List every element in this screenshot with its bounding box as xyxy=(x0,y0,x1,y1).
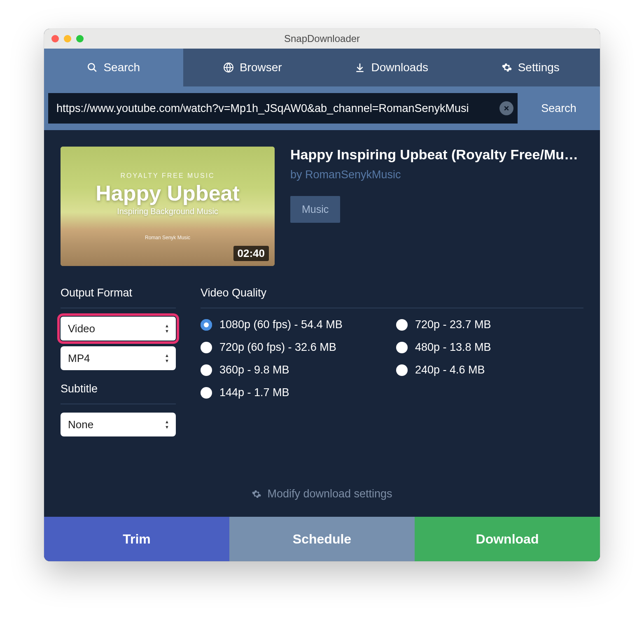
trim-button[interactable]: Trim xyxy=(44,517,229,561)
category-chip: Music xyxy=(290,196,340,223)
quality-option[interactable]: 1080p (60 fps) - 54.4 MB xyxy=(201,318,388,331)
tab-settings[interactable]: Settings xyxy=(461,49,600,86)
quality-label: 720p - 23.7 MB xyxy=(415,318,491,331)
select-value: MP4 xyxy=(68,352,90,365)
radio-button xyxy=(396,342,408,353)
radio-button xyxy=(201,387,212,399)
radio-button xyxy=(201,342,212,353)
tab-label: Settings xyxy=(518,61,560,74)
quality-option[interactable]: 480p - 13.8 MB xyxy=(396,341,583,354)
quality-label: 480p - 13.8 MB xyxy=(415,341,491,354)
quality-column: Video Quality 1080p (60 fps) - 54.4 MB 7… xyxy=(201,287,583,399)
window-maximize-button[interactable] xyxy=(76,35,84,42)
main-tabs: Search Browser Downloads Settings xyxy=(44,49,600,86)
gear-icon xyxy=(252,489,261,499)
quality-label: 240p - 4.6 MB xyxy=(415,364,485,376)
video-quality-label: Video Quality xyxy=(201,287,583,299)
thumb-tagline: ROYALTY FREE MUSIC xyxy=(120,172,215,180)
content-area: ROYALTY FREE MUSIC Happy Upbeat Inspirin… xyxy=(44,130,600,517)
gear-icon xyxy=(502,62,512,73)
schedule-label: Schedule xyxy=(293,532,351,547)
video-title: Happy Inspiring Upbeat (Royalty Free/Mus… xyxy=(290,147,583,163)
section-divider xyxy=(61,404,176,404)
subtitle-label: Subtitle xyxy=(61,383,176,395)
select-arrows-icon: ▲▼ xyxy=(165,353,169,363)
modify-label: Modify download settings xyxy=(267,488,392,500)
tab-label: Search xyxy=(103,61,140,74)
download-button[interactable]: Download xyxy=(415,517,600,561)
clear-url-button[interactable] xyxy=(499,101,513,115)
window-minimize-button[interactable] xyxy=(64,35,71,42)
tab-browser[interactable]: Browser xyxy=(183,49,322,86)
subtitle-select[interactable]: None ▲▼ xyxy=(61,413,176,436)
quality-label: 360p - 9.8 MB xyxy=(219,364,289,376)
radio-button xyxy=(396,319,408,331)
search-button[interactable]: Search xyxy=(518,93,600,124)
thumb-footer: Roman Senyk Music xyxy=(145,235,190,240)
quality-option[interactable]: 720p - 23.7 MB xyxy=(396,318,583,331)
quality-options: 1080p (60 fps) - 54.4 MB 720p - 23.7 MB … xyxy=(201,318,583,399)
tab-search[interactable]: Search xyxy=(44,49,183,86)
section-divider xyxy=(61,308,176,308)
search-button-label: Search xyxy=(541,102,576,115)
trim-label: Trim xyxy=(123,532,151,547)
video-info: Happy Inspiring Upbeat (Royalty Free/Mus… xyxy=(290,147,583,266)
download-icon xyxy=(355,62,365,73)
radio-button xyxy=(201,319,212,331)
select-value: None xyxy=(68,418,93,431)
quality-label: 144p - 1.7 MB xyxy=(219,386,289,399)
schedule-button[interactable]: Schedule xyxy=(229,517,415,561)
quality-label: 1080p (60 fps) - 54.4 MB xyxy=(219,318,343,331)
video-meta: ROYALTY FREE MUSIC Happy Upbeat Inspirin… xyxy=(61,147,583,266)
close-icon xyxy=(503,105,510,112)
author-prefix: by xyxy=(290,168,305,181)
titlebar: SnapDownloader xyxy=(44,29,600,49)
quality-label: 720p (60 fps) - 32.6 MB xyxy=(219,341,336,354)
tab-label: Browser xyxy=(240,61,282,74)
radio-button xyxy=(396,364,408,376)
window-title: SnapDownloader xyxy=(44,33,600,44)
tab-downloads[interactable]: Downloads xyxy=(322,49,461,86)
search-icon xyxy=(87,62,98,73)
modify-download-settings-button[interactable]: Modify download settings xyxy=(61,488,583,500)
download-label: Download xyxy=(476,532,539,547)
tab-label: Downloads xyxy=(371,61,428,74)
video-thumbnail: ROYALTY FREE MUSIC Happy Upbeat Inspirin… xyxy=(61,147,275,266)
section-divider xyxy=(201,308,583,308)
output-column: Output Format Video ▲▼ MP4 ▲▼ Subtitle N… xyxy=(61,287,176,442)
quality-option[interactable]: 360p - 9.8 MB xyxy=(201,364,388,376)
quality-option[interactable]: 720p (60 fps) - 32.6 MB xyxy=(201,341,388,354)
footer-buttons: Trim Schedule Download xyxy=(44,517,600,561)
select-arrows-icon: ▲▼ xyxy=(165,420,169,429)
output-type-select[interactable]: Video ▲▼ xyxy=(61,317,176,341)
url-field-container xyxy=(48,93,518,124)
quality-option[interactable]: 240p - 4.6 MB xyxy=(396,364,583,376)
svg-point-0 xyxy=(89,63,95,70)
author-name: RomanSenykMusic xyxy=(305,168,401,181)
window-controls xyxy=(51,35,84,42)
video-author: by RomanSenykMusic xyxy=(290,168,583,181)
url-bar: Search xyxy=(44,86,600,130)
app-window: SnapDownloader Search Browser Downloads xyxy=(44,29,600,561)
globe-icon xyxy=(223,62,234,73)
svg-line-1 xyxy=(94,69,97,72)
window-close-button[interactable] xyxy=(51,35,59,42)
options-row: Output Format Video ▲▼ MP4 ▲▼ Subtitle N… xyxy=(61,287,583,442)
quality-option[interactable]: 144p - 1.7 MB xyxy=(201,386,388,399)
output-container-select[interactable]: MP4 ▲▼ xyxy=(61,346,176,370)
video-duration: 02:40 xyxy=(233,246,269,261)
select-arrows-icon: ▲▼ xyxy=(165,324,169,334)
thumb-subtitle: Inspiring Background Music xyxy=(117,207,218,216)
select-value: Video xyxy=(68,322,95,335)
radio-button xyxy=(201,364,212,376)
thumb-title: Happy Upbeat xyxy=(96,182,240,205)
output-format-label: Output Format xyxy=(61,287,176,299)
url-input[interactable] xyxy=(56,102,495,115)
